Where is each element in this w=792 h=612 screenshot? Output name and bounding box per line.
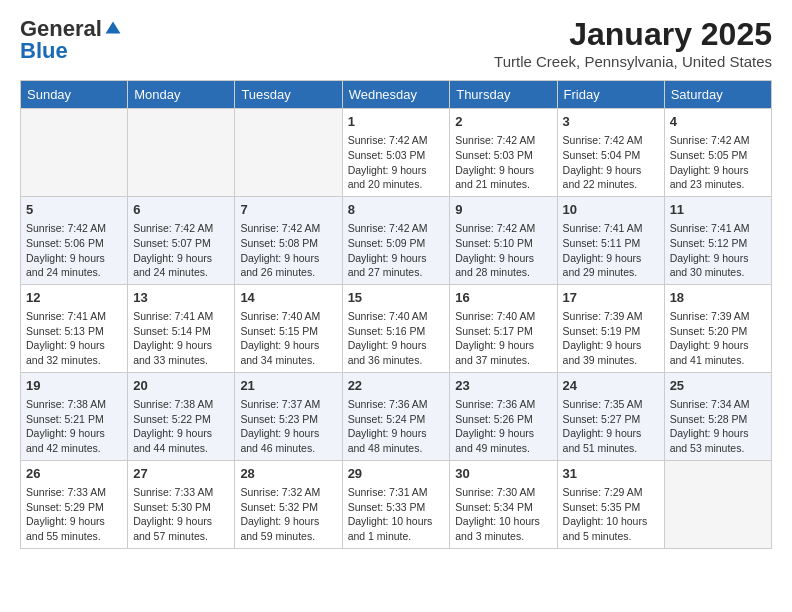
day-info-line: Sunset: 5:07 PM xyxy=(133,236,229,251)
day-number: 17 xyxy=(563,289,659,307)
day-number: 26 xyxy=(26,465,122,483)
day-info-line: Sunrise: 7:35 AM xyxy=(563,397,659,412)
day-number: 5 xyxy=(26,201,122,219)
day-info-line: Daylight: 10 hours xyxy=(348,514,445,529)
calendar-cell: 6Sunrise: 7:42 AMSunset: 5:07 PMDaylight… xyxy=(128,196,235,284)
day-info-line: Sunrise: 7:40 AM xyxy=(348,309,445,324)
day-info-line: and 20 minutes. xyxy=(348,177,445,192)
calendar-cell: 24Sunrise: 7:35 AMSunset: 5:27 PMDayligh… xyxy=(557,372,664,460)
day-info-line: and 30 minutes. xyxy=(670,265,766,280)
day-info-line: Sunrise: 7:41 AM xyxy=(26,309,122,324)
week-row-4: 19Sunrise: 7:38 AMSunset: 5:21 PMDayligh… xyxy=(21,372,772,460)
day-info-line: and 1 minute. xyxy=(348,529,445,544)
month-title: January 2025 xyxy=(494,16,772,53)
calendar-cell: 31Sunrise: 7:29 AMSunset: 5:35 PMDayligh… xyxy=(557,460,664,548)
day-info-line: and 22 minutes. xyxy=(563,177,659,192)
day-info-line: and 28 minutes. xyxy=(455,265,551,280)
day-info-line: Daylight: 9 hours xyxy=(670,338,766,353)
day-info-line: and 55 minutes. xyxy=(26,529,122,544)
weekday-header-monday: Monday xyxy=(128,81,235,109)
calendar-cell: 15Sunrise: 7:40 AMSunset: 5:16 PMDayligh… xyxy=(342,284,450,372)
day-number: 19 xyxy=(26,377,122,395)
day-info-line: Sunset: 5:16 PM xyxy=(348,324,445,339)
calendar-cell: 22Sunrise: 7:36 AMSunset: 5:24 PMDayligh… xyxy=(342,372,450,460)
day-info-line: and 24 minutes. xyxy=(26,265,122,280)
day-info-line: Daylight: 10 hours xyxy=(455,514,551,529)
day-info-line: Sunset: 5:29 PM xyxy=(26,500,122,515)
day-info-line: Sunset: 5:24 PM xyxy=(348,412,445,427)
day-info-line: Daylight: 9 hours xyxy=(26,251,122,266)
day-info-line: and 32 minutes. xyxy=(26,353,122,368)
day-info-line: Daylight: 9 hours xyxy=(455,163,551,178)
day-info-line: Sunrise: 7:41 AM xyxy=(563,221,659,236)
day-info-line: Daylight: 9 hours xyxy=(455,338,551,353)
day-info-line: and 37 minutes. xyxy=(455,353,551,368)
calendar-cell: 27Sunrise: 7:33 AMSunset: 5:30 PMDayligh… xyxy=(128,460,235,548)
calendar-cell: 18Sunrise: 7:39 AMSunset: 5:20 PMDayligh… xyxy=(664,284,771,372)
calendar-cell: 13Sunrise: 7:41 AMSunset: 5:14 PMDayligh… xyxy=(128,284,235,372)
day-info-line: Sunrise: 7:36 AM xyxy=(348,397,445,412)
day-info-line: Sunset: 5:30 PM xyxy=(133,500,229,515)
day-info-line: and 39 minutes. xyxy=(563,353,659,368)
day-info-line: Daylight: 9 hours xyxy=(563,163,659,178)
day-info-line: Sunset: 5:15 PM xyxy=(240,324,336,339)
day-info-line: Sunrise: 7:41 AM xyxy=(670,221,766,236)
day-info-line: Sunrise: 7:42 AM xyxy=(563,133,659,148)
day-info-line: Sunrise: 7:36 AM xyxy=(455,397,551,412)
day-info-line: Sunset: 5:34 PM xyxy=(455,500,551,515)
day-info-line: Daylight: 9 hours xyxy=(563,338,659,353)
calendar-cell: 17Sunrise: 7:39 AMSunset: 5:19 PMDayligh… xyxy=(557,284,664,372)
calendar-cell: 4Sunrise: 7:42 AMSunset: 5:05 PMDaylight… xyxy=(664,109,771,197)
day-info-line: Daylight: 9 hours xyxy=(133,251,229,266)
day-number: 21 xyxy=(240,377,336,395)
day-info-line: Sunrise: 7:42 AM xyxy=(455,133,551,148)
day-number: 2 xyxy=(455,113,551,131)
day-info-line: Daylight: 9 hours xyxy=(348,426,445,441)
day-info-line: Sunset: 5:27 PM xyxy=(563,412,659,427)
calendar-cell: 3Sunrise: 7:42 AMSunset: 5:04 PMDaylight… xyxy=(557,109,664,197)
day-info-line: Sunrise: 7:37 AM xyxy=(240,397,336,412)
calendar-cell xyxy=(664,460,771,548)
day-info-line: and 42 minutes. xyxy=(26,441,122,456)
day-info-line: Sunset: 5:33 PM xyxy=(348,500,445,515)
day-number: 20 xyxy=(133,377,229,395)
day-info-line: Sunrise: 7:42 AM xyxy=(240,221,336,236)
day-number: 23 xyxy=(455,377,551,395)
day-info-line: Sunrise: 7:32 AM xyxy=(240,485,336,500)
day-info-line: Daylight: 9 hours xyxy=(26,514,122,529)
day-info-line: Sunset: 5:22 PM xyxy=(133,412,229,427)
calendar-cell: 29Sunrise: 7:31 AMSunset: 5:33 PMDayligh… xyxy=(342,460,450,548)
day-info-line: and 48 minutes. xyxy=(348,441,445,456)
logo: General Blue xyxy=(20,16,122,64)
day-info-line: Sunset: 5:21 PM xyxy=(26,412,122,427)
day-info-line: Sunrise: 7:42 AM xyxy=(26,221,122,236)
day-info-line: and 51 minutes. xyxy=(563,441,659,456)
day-number: 31 xyxy=(563,465,659,483)
day-info-line: Daylight: 9 hours xyxy=(670,426,766,441)
day-info-line: and 44 minutes. xyxy=(133,441,229,456)
day-number: 24 xyxy=(563,377,659,395)
calendar-cell: 8Sunrise: 7:42 AMSunset: 5:09 PMDaylight… xyxy=(342,196,450,284)
day-info-line: Sunset: 5:20 PM xyxy=(670,324,766,339)
day-number: 13 xyxy=(133,289,229,307)
day-info-line: and 53 minutes. xyxy=(670,441,766,456)
calendar-cell: 2Sunrise: 7:42 AMSunset: 5:03 PMDaylight… xyxy=(450,109,557,197)
day-info-line: Daylight: 9 hours xyxy=(133,338,229,353)
day-info-line: Sunset: 5:28 PM xyxy=(670,412,766,427)
calendar-cell: 11Sunrise: 7:41 AMSunset: 5:12 PMDayligh… xyxy=(664,196,771,284)
day-info-line: Sunrise: 7:42 AM xyxy=(348,221,445,236)
day-info-line: Daylight: 9 hours xyxy=(348,163,445,178)
day-info-line: Daylight: 9 hours xyxy=(670,251,766,266)
day-info-line: and 59 minutes. xyxy=(240,529,336,544)
day-number: 28 xyxy=(240,465,336,483)
day-info-line: Sunrise: 7:31 AM xyxy=(348,485,445,500)
calendar-cell: 23Sunrise: 7:36 AMSunset: 5:26 PMDayligh… xyxy=(450,372,557,460)
weekday-header-thursday: Thursday xyxy=(450,81,557,109)
day-info-line: and 21 minutes. xyxy=(455,177,551,192)
calendar-cell: 9Sunrise: 7:42 AMSunset: 5:10 PMDaylight… xyxy=(450,196,557,284)
day-number: 30 xyxy=(455,465,551,483)
weekday-header-tuesday: Tuesday xyxy=(235,81,342,109)
day-info-line: and 36 minutes. xyxy=(348,353,445,368)
day-info-line: Sunrise: 7:29 AM xyxy=(563,485,659,500)
day-info-line: Sunset: 5:10 PM xyxy=(455,236,551,251)
